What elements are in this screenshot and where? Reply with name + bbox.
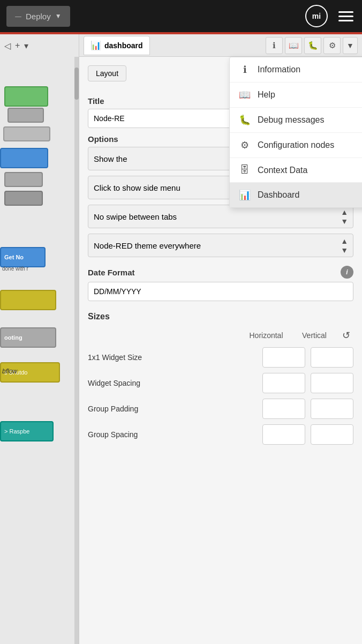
- user-avatar[interactable]: mi: [305, 5, 328, 27]
- sizes-title: Sizes: [88, 312, 353, 321]
- date-format-input[interactable]: [88, 282, 353, 301]
- menu-item-dashboard[interactable]: 📊 Dashboard: [230, 183, 362, 207]
- canvas-label-done: done with r: [0, 266, 28, 272]
- group-spacing-h-value[interactable]: [263, 425, 305, 444]
- context-menu-icon: 🗄: [238, 164, 251, 176]
- canvas-node-green-1: [4, 86, 48, 107]
- sizes-row-widget-spacing: Widget Spacing ▲ ▼ ▲ ▼: [88, 373, 353, 393]
- user-initials: mi: [312, 12, 321, 20]
- canvas-node-yellow-1: [0, 290, 56, 310]
- date-format-row: Date Format i: [88, 266, 353, 279]
- reset-icon: ↺: [342, 330, 350, 341]
- hamburger-line-3: [338, 20, 353, 21]
- menu-item-context[interactable]: 🗄 Context Data: [230, 158, 362, 183]
- info-menu-icon: ℹ: [238, 64, 251, 76]
- canvas-node-gray-2: [3, 126, 50, 141]
- top-bar: ⏤ Deploy ▼ mi: [0, 0, 362, 32]
- menu-item-help-label: Help: [258, 90, 275, 100]
- widget-size-h-value[interactable]: [263, 348, 305, 367]
- theme-select[interactable]: Node-RED theme everywhere: [88, 234, 353, 257]
- sizes-row-group-padding: Group Padding ▲ ▼ ▲ ▼: [88, 399, 353, 419]
- left-scrollbar[interactable]: [74, 57, 79, 644]
- menu-item-debug[interactable]: 🐛 Debug messages: [230, 108, 362, 133]
- deploy-arrow-icon: ▼: [55, 12, 62, 20]
- widget-spacing-h-value[interactable]: [263, 373, 305, 393]
- widget-spacing-v-value[interactable]: [311, 373, 353, 393]
- date-format-info-icon[interactable]: i: [341, 266, 353, 279]
- top-bar-right: mi: [305, 5, 356, 27]
- group-padding-v-value[interactable]: [311, 399, 353, 418]
- group-padding-label: Group Padding: [88, 405, 257, 413]
- hamburger-menu-button[interactable]: [336, 9, 356, 24]
- menu-item-dashboard-label: Dashboard: [258, 190, 299, 200]
- menu-item-context-label: Context Data: [258, 166, 307, 175]
- reset-sizes-button[interactable]: ↺: [338, 328, 353, 343]
- group-spacing-vertical-input[interactable]: ▲ ▼: [311, 424, 353, 445]
- canvas-node-gray-5: ooting: [0, 327, 56, 348]
- menu-item-information[interactable]: ℹ Information: [230, 57, 362, 83]
- add-icon: +: [15, 41, 20, 50]
- widget-size-vertical-input[interactable]: ▲ ▼: [311, 347, 353, 368]
- right-panel: 📊 dashboard ℹ 📖 🐛 ⚙ ▼ ℹ Information 📖 He…: [79, 34, 362, 644]
- layout-button[interactable]: Layout: [88, 65, 126, 81]
- left-panel: ◁ + ▾ Get No done with r ooting: [0, 34, 79, 644]
- sidebar-back-icon[interactable]: ◁: [4, 41, 11, 51]
- deploy-label: Deploy: [26, 12, 51, 21]
- deploy-button[interactable]: ⏤ Deploy ▼: [6, 6, 70, 27]
- sizes-col-headers: Horizontal Vertical ↺: [88, 328, 353, 343]
- arrow-icon: ▾: [24, 41, 28, 50]
- widget-size-v-value[interactable]: [311, 348, 353, 367]
- help-menu-icon: 📖: [238, 89, 251, 101]
- group-padding-vertical-input[interactable]: ▲ ▼: [311, 399, 353, 419]
- bug-tab-button[interactable]: 🐛: [304, 37, 321, 54]
- sidebar-top-bar: ◁ + ▾: [0, 34, 79, 57]
- group-spacing-v-value[interactable]: [311, 425, 353, 444]
- gear-tab-button[interactable]: ⚙: [323, 37, 341, 54]
- swipe-dropdown-wrapper: No swipe between tabs ▲ ▼: [88, 205, 353, 228]
- widget-size-label: 1x1 Widget Size: [88, 353, 257, 362]
- canvas-node-gray-1: [7, 108, 44, 123]
- canvas-node-blue-1: [0, 148, 48, 168]
- menu-item-config[interactable]: ⚙ Configuration nodes: [230, 133, 362, 158]
- canvas-node-gray-3: [4, 172, 43, 187]
- config-menu-icon: ⚙: [238, 139, 251, 151]
- theme-dropdown-wrapper: Node-RED theme everywhere ▲ ▼: [88, 234, 353, 257]
- tab-more-button[interactable]: ▼: [343, 37, 358, 54]
- layout-button-label: Layout: [96, 69, 118, 78]
- sizes-row-widget-size: 1x1 Widget Size ▲ ▼ ▲ ▼: [88, 347, 353, 368]
- canvas-node-gray-4: [4, 191, 43, 206]
- vertical-col-header: Vertical: [290, 331, 338, 340]
- group-spacing-horizontal-input[interactable]: ▲ ▼: [262, 424, 305, 445]
- canvas-node-blue-2: Get No: [0, 247, 46, 267]
- menu-item-debug-label: Debug messages: [258, 115, 325, 125]
- group-padding-h-value[interactable]: [263, 399, 305, 418]
- tab-dashboard-label: dashboard: [104, 41, 143, 50]
- help-tab-button[interactable]: 📖: [285, 37, 302, 54]
- tab-dashboard[interactable]: 📊 dashboard: [84, 36, 150, 55]
- menu-item-help[interactable]: 📖 Help: [230, 83, 362, 108]
- widget-spacing-vertical-input[interactable]: ▲ ▼: [311, 373, 353, 393]
- canvas-node-teal-1: > Raspbe: [0, 421, 54, 441]
- sidebar-add-button[interactable]: +: [15, 41, 20, 50]
- sizes-header: Sizes: [88, 312, 353, 321]
- debug-menu-icon: 🐛: [238, 114, 251, 126]
- tab-bar-chart-icon: 📊: [90, 40, 101, 50]
- sidebar-menu-arrow[interactable]: ▾: [24, 41, 28, 51]
- tab-icons-group: ℹ 📖 🐛 ⚙ ▼: [266, 37, 358, 54]
- info-tab-button[interactable]: ℹ: [266, 37, 283, 54]
- dashboard-menu-icon: 📊: [238, 189, 251, 201]
- hamburger-line-2: [338, 16, 353, 17]
- scrollbar-thumb: [74, 68, 79, 100]
- menu-item-information-label: Information: [258, 65, 300, 74]
- swipe-select[interactable]: No swipe between tabs: [88, 205, 353, 228]
- canvas-area: Get No done with r ooting s Shutdo > Ras…: [0, 57, 79, 644]
- widget-spacing-horizontal-input[interactable]: ▲ ▼: [262, 373, 305, 393]
- widget-spacing-label: Widget Spacing: [88, 379, 257, 387]
- widget-size-horizontal-input[interactable]: ▲ ▼: [262, 347, 305, 368]
- sizes-row-group-spacing: Group Spacing ▲ ▼ ▲ ▼: [88, 424, 353, 445]
- menu-item-config-label: Configuration nodes: [258, 140, 334, 150]
- group-spacing-label: Group Spacing: [88, 430, 257, 439]
- group-padding-horizontal-input[interactable]: ▲ ▼: [262, 399, 305, 419]
- deploy-pipe-icon: ⏤: [15, 10, 21, 23]
- date-format-label: Date Format: [88, 268, 135, 277]
